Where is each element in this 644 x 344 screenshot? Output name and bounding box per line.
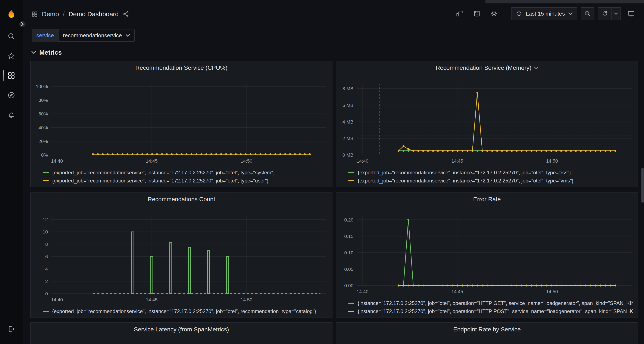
panel-title[interactable]: Endpoint Rate by Service [336,325,638,334]
svg-text:14:40: 14:40 [51,158,63,164]
bar-chart: 02468101214:4014:4514:50 [31,204,332,307]
svg-text:0.00: 0.00 [344,283,354,288]
row-title: Metrics [39,49,62,56]
svg-text:0%: 0% [41,152,48,158]
line-chart: 0 MB2 MB4 MB6 MB8 MB14:4014:4514:50 [336,73,638,168]
clock-icon [516,10,522,17]
legend-label: {exported_job="recommendationservice", i… [52,308,316,314]
sidebar-expand-button[interactable] [19,20,26,28]
zoom-out-icon [584,10,591,17]
refresh-interval-dropdown[interactable] [612,7,621,20]
svg-text:14:45: 14:45 [452,289,463,294]
sidebar-item-alerting[interactable] [0,105,23,125]
grafana-logo[interactable] [0,6,23,23]
time-range-label: Last 15 minutes [526,10,565,17]
svg-text:4: 4 [45,266,48,272]
scrollbar-thumb[interactable] [642,168,644,203]
compass-icon [7,91,16,99]
line-chart: 0.000.050.100.150.2014:4014:4514:50 [336,204,638,298]
share-icon[interactable] [123,10,130,18]
svg-text:12: 12 [43,217,48,222]
svg-text:20%: 20% [38,139,48,144]
kiosk-mode-button[interactable] [624,7,638,20]
panel-recommendations-count: Recommendations Count 02468101214:4014:4… [30,192,332,318]
chevron-down-icon [568,12,573,15]
legend-item[interactable]: {exported_job="recommendationservice", i… [348,169,633,177]
panel-title[interactable]: Recommendation Service (Memory) [336,63,638,73]
sidebar-item-search[interactable] [0,26,23,46]
sidebar [0,0,23,344]
row-toggle-metrics[interactable]: Metrics [29,47,64,58]
svg-text:6: 6 [45,254,48,259]
save-icon [473,10,480,17]
sidebar-item-dashboards[interactable] [0,66,23,85]
bell-icon [7,111,16,119]
refresh-icon [602,10,608,17]
legend-label: {exported_job="recommendationservice", i… [52,178,268,184]
panel-title-text: Recommendation Service (CPU%) [135,64,227,71]
breadcrumb-root[interactable]: Demo [42,10,59,18]
panel-title[interactable]: Recommendations Count [31,195,332,204]
star-icon [7,52,16,60]
panel-legend: {instance="172.17.0.2:25270", job="otel"… [348,299,633,315]
svg-text:14:40: 14:40 [356,289,368,294]
panel-error-rate: Error Rate 0.000.050.100.150.2014:4014:4… [336,192,638,318]
svg-text:0.20: 0.20 [344,217,354,223]
monitor-icon [627,10,635,17]
legend-label: {instance="172.17.0.2:25270", job="otel"… [358,300,633,306]
chart-area: 02468101214:4014:4514:50 [31,204,332,307]
breadcrumb-current: Demo Dashboard [68,10,118,18]
panel-title-text: Service Latency (from SpanMetrics) [134,326,229,333]
svg-text:14:40: 14:40 [51,297,63,302]
legend-item[interactable]: {exported_job="recommendationservice", i… [43,307,328,315]
legend-item[interactable]: {exported_job="recommendationservice", i… [43,169,328,177]
toolbar-actions: Last 15 minutes [453,7,638,20]
panel-title-text: Recommendations Count [148,196,215,203]
legend-item[interactable]: {instance="172.17.0.2:25270", job="otel"… [348,307,633,315]
sign-out-icon [7,325,16,333]
sidebar-item-starred[interactable] [0,46,23,66]
legend-swatch [348,172,354,173]
svg-text:8: 8 [45,242,48,247]
legend-item[interactable]: {exported_job="recommendationservice", i… [348,177,633,185]
panel-title[interactable]: Error Rate [336,195,638,204]
svg-text:0.10: 0.10 [344,250,354,255]
legend-swatch [43,311,49,312]
zoom-out-time-button[interactable] [581,7,594,20]
template-variable-service: service recommendationservice [32,29,134,42]
panel-legend: {exported_job="recommendationservice", i… [43,169,328,185]
panel-menu-chevron-icon[interactable] [534,67,538,69]
legend-swatch [348,311,354,312]
variable-value-dropdown[interactable]: recommendationservice [58,29,134,42]
svg-text:0.05: 0.05 [344,267,354,272]
legend-item[interactable]: {instance="172.17.0.2:25270", job="otel"… [348,299,633,307]
svg-text:4 MB: 4 MB [342,119,354,125]
panel-title[interactable]: Service Latency (from SpanMetrics) [31,325,332,334]
dashboards-grid-icon [7,71,16,80]
panel-title-text: Endpoint Rate by Service [453,326,521,333]
legend-swatch [43,180,49,181]
panel-cpu: Recommendation Service (CPU%) 0%20%40%60… [30,61,332,187]
line-chart: 0%20%40%60%80%100%14:4014:4514:50 [31,73,332,168]
svg-text:2 MB: 2 MB [342,136,354,141]
legend-label: {exported_job="recommendationservice", i… [358,170,571,176]
time-range-picker[interactable]: Last 15 minutes [511,7,577,20]
svg-text:6 MB: 6 MB [342,103,354,108]
dashboard-settings-button[interactable] [487,7,501,20]
panel-legend: {exported_job="recommendationservice", i… [43,307,328,315]
svg-text:0 MB: 0 MB [342,152,354,158]
legend-swatch [348,180,354,181]
chart-area: 0 MB2 MB4 MB6 MB8 MB14:4014:4514:50 [336,73,638,168]
top-bar: Demo / Demo Dashboard [23,0,644,26]
svg-text:8 MB: 8 MB [342,86,354,91]
svg-text:0.15: 0.15 [344,234,354,239]
sidebar-item-sign-out[interactable] [0,319,23,339]
legend-item[interactable]: {exported_job="recommendationservice", i… [43,177,328,185]
add-panel-button[interactable] [453,7,467,20]
panel-title[interactable]: Recommendation Service (CPU%) [31,63,332,73]
refresh-button[interactable] [598,7,612,20]
sidebar-item-explore[interactable] [0,85,23,105]
gear-icon [490,10,498,17]
save-dashboard-button[interactable] [470,7,484,20]
svg-text:60%: 60% [38,111,48,117]
